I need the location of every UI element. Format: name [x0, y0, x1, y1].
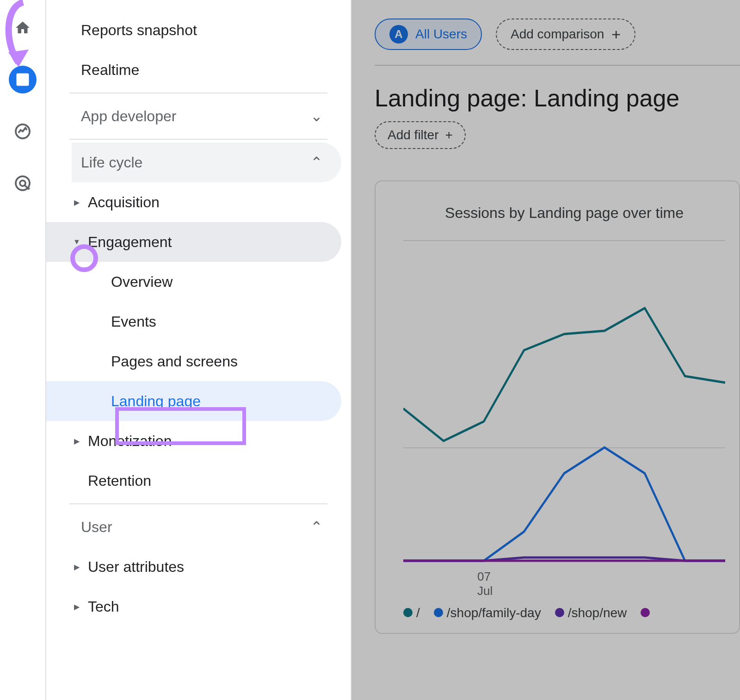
legend-dot — [403, 608, 413, 617]
rail-advertising[interactable] — [9, 169, 37, 197]
chevron-up-icon: ⌃ — [310, 154, 323, 171]
sidebar-item-label: User attributes — [88, 558, 184, 576]
sidebar-engagement-pages[interactable]: Pages and screens — [46, 341, 341, 381]
home-icon — [14, 19, 31, 36]
legend-item[interactable]: /shop/family-day — [434, 606, 541, 620]
sidebar-user[interactable]: User ⌃ — [72, 507, 341, 547]
plus-icon: + — [611, 25, 621, 43]
sidebar-item-label: Tech — [88, 598, 119, 615]
divider — [69, 93, 327, 93]
sidebar-life-cycle[interactable]: Life cycle ⌃ — [72, 142, 341, 182]
tick-day: 07 — [477, 570, 491, 583]
x-axis-tick: 07 Jul — [477, 570, 493, 598]
sidebar-item-label: App developer — [81, 108, 176, 125]
trend-icon — [14, 123, 31, 140]
line-chart — [403, 240, 725, 564]
sidebar-item-label: Retention — [88, 472, 151, 489]
legend-item[interactable]: / — [403, 606, 420, 620]
page-title: Landing page: Landing page — [352, 66, 740, 121]
left-icon-rail — [0, 0, 46, 700]
caret-right-icon — [69, 198, 84, 207]
sidebar-engagement-events[interactable]: Events — [46, 302, 341, 341]
sidebar-engagement-landing[interactable]: Landing page — [46, 381, 341, 421]
chart-area: 07 Jul — [403, 240, 725, 564]
sidebar-item-label: User — [81, 519, 112, 536]
sidebar-engagement-overview[interactable]: Overview — [46, 262, 341, 302]
legend-label: / — [416, 606, 420, 620]
divider — [69, 503, 327, 504]
sidebar-item-label: Monetization — [88, 433, 172, 450]
sidebar-reports-snapshot[interactable]: Reports snapshot — [72, 10, 341, 50]
segment-all-users[interactable]: A All Users — [375, 19, 482, 50]
sidebar-acquisition[interactable]: Acquisition — [46, 182, 341, 222]
sidebar-retention[interactable]: Retention — [46, 461, 341, 501]
report-sidebar: Reports snapshot Realtime App developer … — [46, 0, 352, 700]
main-content: A All Users Add comparison + Landing pag… — [352, 0, 740, 700]
sidebar-item-label: Engagement — [88, 234, 172, 251]
plus-icon: + — [445, 128, 453, 142]
caret-right-icon — [69, 437, 84, 446]
sidebar-app-developer[interactable]: App developer ⌄ — [72, 96, 341, 136]
divider — [69, 139, 327, 140]
target-icon — [14, 175, 31, 192]
legend-item[interactable]: /shop/new — [555, 606, 627, 620]
legend-dot — [434, 608, 443, 617]
button-label: Add filter — [388, 128, 439, 142]
sidebar-realtime[interactable]: Realtime — [72, 50, 341, 90]
legend-label: /shop/family-day — [447, 606, 541, 620]
chart-card: Sessions by Landing page over time 07 Ju… — [375, 180, 740, 634]
rail-reports[interactable] — [9, 66, 37, 93]
legend-item[interactable] — [641, 606, 654, 620]
chevron-down-icon: ⌄ — [310, 107, 323, 125]
sidebar-engagement[interactable]: Engagement — [46, 222, 341, 262]
legend-dot — [641, 608, 650, 617]
legend-dot — [555, 608, 564, 617]
sidebar-item-label: Life cycle — [81, 154, 142, 171]
chart-title: Sessions by Landing page over time — [403, 204, 725, 222]
add-comparison-button[interactable]: Add comparison + — [496, 19, 635, 50]
sidebar-tech[interactable]: Tech — [46, 587, 341, 626]
tick-month: Jul — [477, 584, 493, 598]
bar-chart-icon — [14, 71, 31, 88]
rail-explore[interactable] — [9, 118, 37, 145]
add-filter-button[interactable]: Add filter + — [375, 121, 466, 149]
caret-down-icon — [69, 238, 84, 246]
sidebar-item-label: Acquisition — [88, 194, 160, 211]
chart-legend: //shop/family-day/shop/new — [403, 606, 725, 620]
sidebar-monetization[interactable]: Monetization — [46, 421, 341, 461]
segment-badge: A — [389, 25, 408, 43]
rail-home[interactable] — [9, 14, 37, 42]
legend-label: /shop/new — [568, 606, 627, 620]
button-label: Add comparison — [511, 27, 604, 42]
segment-label: All Users — [415, 27, 467, 42]
sidebar-user-attributes[interactable]: User attributes — [46, 547, 341, 587]
chevron-up-icon: ⌃ — [310, 518, 323, 536]
caret-right-icon — [69, 602, 84, 611]
caret-right-icon — [69, 563, 84, 571]
